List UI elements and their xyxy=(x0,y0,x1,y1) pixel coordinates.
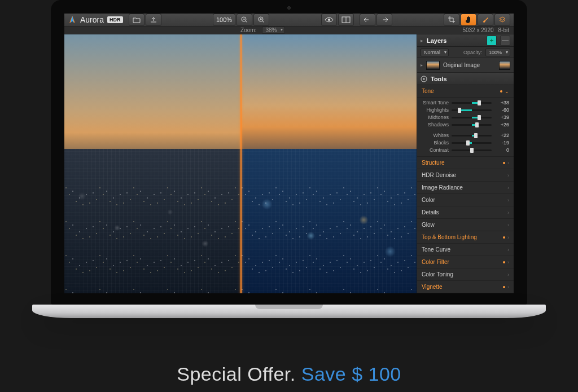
chevron-down-icon[interactable]: ▸ xyxy=(421,38,423,43)
slider-value: 0 xyxy=(494,147,509,153)
app: Aurora HDR 100% xyxy=(64,14,514,293)
camera-dot xyxy=(287,6,291,10)
slider-track[interactable] xyxy=(452,135,492,136)
slider-value: -19 xyxy=(494,140,509,146)
slider-label: Midtones xyxy=(422,114,449,120)
export-button[interactable] xyxy=(146,14,161,26)
svg-point-5 xyxy=(423,78,425,80)
slider-label: Whites xyxy=(422,133,449,138)
section-tone[interactable]: Tone ⌄ xyxy=(417,85,514,98)
section-image-radiance[interactable]: Image Radiance› xyxy=(417,182,514,194)
section-color[interactable]: Color› xyxy=(417,194,514,206)
app-logo-icon xyxy=(68,15,77,24)
brand-badge: HDR xyxy=(107,16,123,23)
brand: Aurora HDR xyxy=(68,15,123,24)
slider-value: -60 xyxy=(494,107,509,113)
section-details[interactable]: Details› xyxy=(417,206,514,219)
chevron-down-icon: ⌄ xyxy=(505,89,509,94)
section-color-filter[interactable]: Color Filter› xyxy=(417,256,514,268)
slider-value: +38 xyxy=(494,100,509,105)
open-button[interactable] xyxy=(129,14,144,26)
blend-mode-select[interactable]: Normal xyxy=(421,49,449,56)
section-label: Image Radiance xyxy=(422,184,463,191)
slider-highlights[interactable]: Highlights-60 xyxy=(422,107,509,113)
slider-whites[interactable]: Whites+22 xyxy=(422,129,509,138)
slider-label: Shadows xyxy=(422,122,449,127)
compare-button[interactable] xyxy=(338,14,354,26)
layers-title: Layers xyxy=(427,37,446,44)
section-tone-curve[interactable]: Tone Curve› xyxy=(417,244,514,256)
hand-tool-button[interactable] xyxy=(461,14,476,26)
undo-button[interactable] xyxy=(360,14,375,26)
tools-title: Tools xyxy=(431,76,447,82)
laptop-mockup: Aurora HDR 100% xyxy=(51,0,527,321)
chevron-right-icon: › xyxy=(507,210,509,215)
section-top-bottom-lighting[interactable]: Top & Bottom Lighting› xyxy=(417,231,514,244)
zoom-in-button[interactable] xyxy=(253,14,269,26)
dot-icon xyxy=(503,162,505,164)
chevron-right-icon: › xyxy=(507,197,509,203)
chevron-right-icon: › xyxy=(507,284,509,290)
slider-shadows[interactable]: Shadows+26 xyxy=(422,122,509,127)
before-image xyxy=(64,34,240,293)
slider-track[interactable] xyxy=(452,109,492,111)
workspace: ▸ Layers + — Normal Opacity: 100% xyxy=(64,34,514,293)
section-structure[interactable]: Structure› xyxy=(417,157,514,169)
layers-tool-button[interactable] xyxy=(494,14,510,26)
slider-blacks[interactable]: Blacks-19 xyxy=(422,140,509,146)
slider-track[interactable] xyxy=(452,102,492,104)
chevron-right-icon: › xyxy=(507,160,509,166)
slider-label: Contrast xyxy=(422,147,449,153)
zoom-100-button[interactable]: 100% xyxy=(213,14,235,26)
slider-track[interactable] xyxy=(452,142,492,144)
image-dimensions: 5032 x 2920 xyxy=(462,27,493,33)
slider-smart-tone[interactable]: Smart Tone+38 xyxy=(422,100,509,105)
compare-divider[interactable] xyxy=(240,34,242,293)
after-image xyxy=(240,34,417,293)
dot-icon xyxy=(500,90,502,93)
slider-track[interactable] xyxy=(452,117,492,118)
side-panel: ▸ Layers + — Normal Opacity: 100% xyxy=(417,34,514,293)
chevron-right-icon: › xyxy=(507,272,509,278)
promo-offer: Special Offer. xyxy=(177,363,296,385)
crop-button[interactable] xyxy=(444,14,459,26)
slider-contrast[interactable]: Contrast0 xyxy=(422,147,509,153)
zoom-select[interactable]: 38% ▾ xyxy=(262,27,285,34)
chevron-right-icon: › xyxy=(507,235,509,240)
slider-midtones[interactable]: Midtones+39 xyxy=(422,114,509,120)
zoom-value: 38% xyxy=(265,27,277,33)
slider-track[interactable] xyxy=(452,149,492,151)
section-hdr-denoise[interactable]: HDR Denoise› xyxy=(417,169,514,182)
chevron-right-icon: › xyxy=(507,185,509,191)
section-label: Top & Bottom Lighting xyxy=(422,234,477,240)
layer-menu-button[interactable]: — xyxy=(500,36,510,46)
section-label: Color xyxy=(422,197,435,203)
redo-button[interactable] xyxy=(376,14,392,26)
zoom-out-button[interactable] xyxy=(237,14,252,26)
opacity-select[interactable]: 100% xyxy=(485,49,510,56)
layer-mask-thumb xyxy=(499,61,510,70)
dot-icon xyxy=(503,286,505,288)
layer-row-original[interactable]: ▸ Original Image xyxy=(417,58,514,73)
slider-label: Blacks xyxy=(422,140,449,146)
toolbar: Aurora HDR 100% xyxy=(64,14,514,27)
add-layer-button[interactable]: + xyxy=(487,36,497,46)
zoom-100-label: 100% xyxy=(216,16,232,23)
tone-sliders: Smart Tone+38Highlights-60Midtones+39Sha… xyxy=(417,98,514,157)
section-label: Glow xyxy=(422,222,435,228)
opacity-value: 100% xyxy=(489,50,502,55)
preview-eye-button[interactable] xyxy=(321,14,337,26)
section-label: Vignette xyxy=(422,284,443,290)
slider-track[interactable] xyxy=(452,124,492,126)
section-vignette[interactable]: Vignette› xyxy=(417,281,514,293)
canvas[interactable] xyxy=(64,34,417,293)
dot-icon xyxy=(503,236,505,239)
section-glow[interactable]: Glow› xyxy=(417,219,514,231)
zoom-label: Zoom: xyxy=(240,27,256,33)
chevron-icon: ▸ xyxy=(421,63,423,68)
brush-button[interactable] xyxy=(478,14,493,26)
slider-label: Highlights xyxy=(422,107,449,113)
section-color-toning[interactable]: Color Toning› xyxy=(417,268,514,281)
chevron-right-icon: › xyxy=(507,259,509,265)
slider-value: +26 xyxy=(494,122,509,127)
